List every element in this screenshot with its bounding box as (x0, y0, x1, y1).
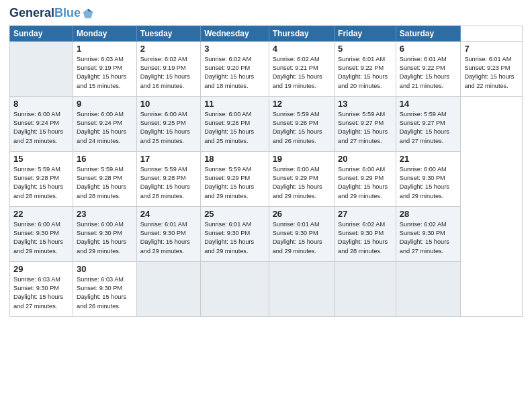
calendar-cell: 27Sunrise: 6:02 AMSunset: 9:30 PMDayligh… (335, 206, 396, 261)
calendar-cell: 18Sunrise: 5:59 AMSunset: 9:29 PMDayligh… (201, 151, 269, 206)
cell-info: Sunrise: 6:00 AMSunset: 9:30 PMDaylight:… (400, 165, 457, 201)
calendar-cell: 12Sunrise: 5:59 AMSunset: 9:26 PMDayligh… (269, 96, 334, 151)
calendar-cell: 24Sunrise: 6:01 AMSunset: 9:30 PMDayligh… (136, 206, 200, 261)
header: GeneralBlue (9, 7, 523, 20)
calendar-cell: 15Sunrise: 5:59 AMSunset: 9:28 PMDayligh… (10, 151, 73, 206)
cell-info: Sunrise: 6:02 AMSunset: 9:30 PMDaylight:… (400, 220, 457, 256)
day-number: 2 (140, 44, 197, 54)
day-header-saturday: Saturday (396, 26, 461, 41)
logo-text: GeneralBlue (9, 7, 81, 20)
logo-icon (82, 7, 94, 19)
day-number: 28 (400, 209, 457, 219)
calendar-cell: 9Sunrise: 6:00 AMSunset: 9:24 PMDaylight… (73, 96, 137, 151)
cell-info: Sunrise: 6:03 AMSunset: 9:30 PMDaylight:… (77, 275, 133, 311)
day-number: 30 (77, 264, 133, 274)
calendar-cell: 13Sunrise: 5:59 AMSunset: 9:27 PMDayligh… (335, 96, 396, 151)
calendar-cell: 23Sunrise: 6:00 AMSunset: 9:30 PMDayligh… (73, 206, 137, 261)
cell-info: Sunrise: 6:00 AMSunset: 9:24 PMDaylight:… (77, 110, 133, 146)
cell-info: Sunrise: 5:59 AMSunset: 9:28 PMDaylight:… (77, 165, 133, 201)
calendar-cell: 2Sunrise: 6:02 AMSunset: 9:19 PMDaylight… (136, 41, 200, 96)
day-number: 9 (77, 99, 133, 109)
calendar-cell: 28Sunrise: 6:02 AMSunset: 9:30 PMDayligh… (396, 206, 461, 261)
calendar-cell: 26Sunrise: 6:01 AMSunset: 9:30 PMDayligh… (269, 206, 334, 261)
page: GeneralBlue SundayMondayTuesdayWednesday… (0, 0, 532, 411)
day-number: 5 (338, 44, 392, 54)
day-number: 21 (400, 154, 457, 164)
day-number: 25 (204, 209, 265, 219)
calendar-cell: 25Sunrise: 6:01 AMSunset: 9:30 PMDayligh… (201, 206, 269, 261)
calendar-cell: 11Sunrise: 6:00 AMSunset: 9:26 PMDayligh… (201, 96, 269, 151)
calendar-cell (269, 261, 334, 316)
cell-info: Sunrise: 6:02 AMSunset: 9:19 PMDaylight:… (140, 55, 197, 91)
calendar-week-row: 29Sunrise: 6:03 AMSunset: 9:30 PMDayligh… (10, 261, 523, 316)
calendar-cell: 5Sunrise: 6:01 AMSunset: 9:22 PMDaylight… (335, 41, 396, 96)
cell-info: Sunrise: 6:00 AMSunset: 9:29 PMDaylight:… (273, 165, 330, 201)
cell-info: Sunrise: 5:59 AMSunset: 9:26 PMDaylight:… (273, 110, 330, 146)
calendar-table: SundayMondayTuesdayWednesdayThursdayFrid… (9, 26, 523, 317)
day-number: 29 (13, 264, 69, 274)
calendar-cell: 20Sunrise: 6:00 AMSunset: 9:29 PMDayligh… (335, 151, 396, 206)
calendar-cell: 1Sunrise: 6:03 AMSunset: 9:19 PMDaylight… (73, 41, 137, 96)
calendar-cell: 3Sunrise: 6:02 AMSunset: 9:20 PMDaylight… (201, 41, 269, 96)
day-number: 12 (273, 99, 330, 109)
cell-info: Sunrise: 6:00 AMSunset: 9:30 PMDaylight:… (77, 220, 133, 256)
day-number: 7 (464, 44, 519, 54)
calendar-cell: 22Sunrise: 6:00 AMSunset: 9:30 PMDayligh… (10, 206, 73, 261)
day-number: 11 (204, 99, 265, 109)
cell-info: Sunrise: 6:01 AMSunset: 9:30 PMDaylight:… (204, 220, 265, 256)
cell-info: Sunrise: 6:03 AMSunset: 9:30 PMDaylight:… (13, 275, 69, 311)
day-number: 27 (338, 209, 392, 219)
calendar-week-row: 1Sunrise: 6:03 AMSunset: 9:19 PMDaylight… (10, 41, 523, 96)
day-header-thursday: Thursday (269, 26, 334, 41)
day-header-wednesday: Wednesday (201, 26, 269, 41)
day-number: 15 (13, 154, 69, 164)
calendar-cell: 10Sunrise: 6:00 AMSunset: 9:25 PMDayligh… (136, 96, 200, 151)
calendar-cell: 21Sunrise: 6:00 AMSunset: 9:30 PMDayligh… (396, 151, 461, 206)
day-header-sunday: Sunday (10, 26, 73, 41)
calendar-cell (396, 261, 461, 316)
cell-info: Sunrise: 5:59 AMSunset: 9:27 PMDaylight:… (338, 110, 392, 146)
day-number: 1 (77, 44, 133, 54)
calendar-cell: 6Sunrise: 6:01 AMSunset: 9:22 PMDaylight… (396, 41, 461, 96)
day-number: 14 (400, 99, 457, 109)
cell-info: Sunrise: 6:00 AMSunset: 9:26 PMDaylight:… (204, 110, 265, 146)
day-header-monday: Monday (73, 26, 137, 41)
calendar-header-row: SundayMondayTuesdayWednesdayThursdayFrid… (10, 26, 523, 41)
cell-info: Sunrise: 5:59 AMSunset: 9:27 PMDaylight:… (400, 110, 457, 146)
cell-info: Sunrise: 6:00 AMSunset: 9:25 PMDaylight:… (140, 110, 197, 146)
cell-info: Sunrise: 6:02 AMSunset: 9:21 PMDaylight:… (273, 55, 330, 91)
day-number: 19 (273, 154, 330, 164)
day-number: 13 (338, 99, 392, 109)
calendar-week-row: 22Sunrise: 6:00 AMSunset: 9:30 PMDayligh… (10, 206, 523, 261)
cell-info: Sunrise: 6:02 AMSunset: 9:20 PMDaylight:… (204, 55, 265, 91)
calendar-cell: 17Sunrise: 5:59 AMSunset: 9:28 PMDayligh… (136, 151, 200, 206)
cell-info: Sunrise: 6:03 AMSunset: 9:19 PMDaylight:… (77, 55, 133, 91)
day-number: 17 (140, 154, 197, 164)
day-number: 10 (140, 99, 197, 109)
calendar-week-row: 8Sunrise: 6:00 AMSunset: 9:24 PMDaylight… (10, 96, 523, 151)
cell-info: Sunrise: 6:00 AMSunset: 9:30 PMDaylight:… (13, 220, 69, 256)
calendar-cell (201, 261, 269, 316)
day-number: 16 (77, 154, 133, 164)
cell-info: Sunrise: 6:00 AMSunset: 9:29 PMDaylight:… (338, 165, 392, 201)
day-number: 26 (273, 209, 330, 219)
calendar-cell: 8Sunrise: 6:00 AMSunset: 9:24 PMDaylight… (10, 96, 73, 151)
calendar-cell: 29Sunrise: 6:03 AMSunset: 9:30 PMDayligh… (10, 261, 73, 316)
logo: GeneralBlue (9, 7, 94, 20)
day-header-friday: Friday (335, 26, 396, 41)
day-number: 24 (140, 209, 197, 219)
day-number: 4 (273, 44, 330, 54)
calendar-cell: 14Sunrise: 5:59 AMSunset: 9:27 PMDayligh… (396, 96, 461, 151)
calendar-cell: 4Sunrise: 6:02 AMSunset: 9:21 PMDaylight… (269, 41, 334, 96)
cell-info: Sunrise: 6:01 AMSunset: 9:23 PMDaylight:… (464, 55, 519, 91)
day-number: 22 (13, 209, 69, 219)
day-number: 23 (77, 209, 133, 219)
calendar-cell: 30Sunrise: 6:03 AMSunset: 9:30 PMDayligh… (73, 261, 137, 316)
calendar-week-row: 15Sunrise: 5:59 AMSunset: 9:28 PMDayligh… (10, 151, 523, 206)
cell-info: Sunrise: 6:01 AMSunset: 9:22 PMDaylight:… (400, 55, 457, 91)
cell-info: Sunrise: 6:01 AMSunset: 9:30 PMDaylight:… (273, 220, 330, 256)
empty-cell (10, 41, 73, 96)
calendar-cell: 7Sunrise: 6:01 AMSunset: 9:23 PMDaylight… (461, 41, 523, 96)
day-number: 8 (13, 99, 69, 109)
calendar-cell (136, 261, 200, 316)
